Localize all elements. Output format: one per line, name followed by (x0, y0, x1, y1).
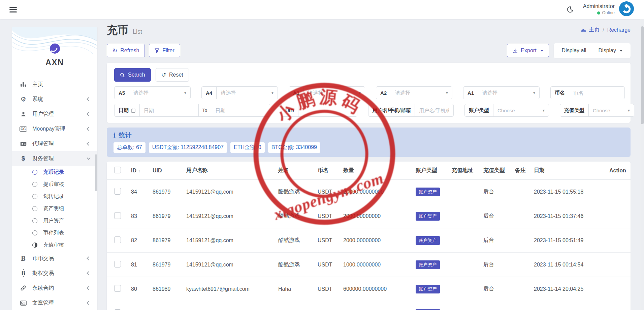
sidebar-subitem-recharge-records[interactable]: 充币记录 (12, 166, 97, 178)
sidebar-subitem-user-assets[interactable]: 用户资产 (12, 215, 97, 227)
sidebar-item-home[interactable]: 主页 (12, 77, 97, 92)
sidebar-item-moonpay[interactable]: CC Moonpay管理 (12, 121, 97, 136)
col-address: 充值地址 (452, 167, 483, 174)
a4-select[interactable]: 请选择▼ (217, 87, 278, 99)
row-checkbox[interactable] (114, 261, 121, 267)
dark-mode-moon-icon[interactable] (566, 6, 574, 13)
chevron-left-icon (87, 301, 90, 305)
sidebar-item-user-management[interactable]: 用户管理 (12, 107, 97, 121)
col-id[interactable]: ID↑ (131, 168, 153, 174)
export-button[interactable]: Export (507, 44, 549, 57)
sidebar-subitem-coin-list[interactable]: 币种列表 (12, 227, 97, 239)
account-type-select[interactable]: Choose▼ (493, 104, 549, 116)
sidebar-item-articles[interactable]: 文章管理 (12, 295, 97, 310)
filter-button[interactable]: Filter (149, 44, 180, 57)
filter-label: 币名 (551, 87, 569, 99)
sidebar-item-agent[interactable]: 代理管理 (12, 136, 97, 151)
table-row: 80 861989 kyawhtet6917@gmail.com Haha US… (107, 277, 631, 301)
cell-username: 14159121@qq.com (186, 262, 278, 268)
page-title: 充币 (107, 23, 128, 38)
sidebar-subitem-label: 资产明细 (43, 205, 64, 212)
sidebar: AXN 主页 ⚙ 系统 用户管理 CC (12, 27, 97, 310)
user-input[interactable] (415, 104, 453, 116)
cell-name: 酷酷游戏 (278, 261, 318, 268)
scrollbar-thumb[interactable] (641, 26, 644, 124)
search-button[interactable]: Search (114, 68, 151, 82)
cell-name: 酷酷游戏 (278, 237, 318, 244)
cell-amount: 2000.00000000 (343, 213, 416, 219)
breadcrumb-home-link[interactable]: 主页 (581, 26, 600, 33)
filter-label: 用户名/手机/邮箱 (368, 104, 415, 116)
circle-icon (32, 170, 37, 175)
recharge-type-select[interactable]: Choose▼ (589, 104, 634, 116)
sidebar-item-options-trading[interactable]: B 期权交易 (12, 266, 97, 281)
display-button[interactable]: Display (592, 48, 629, 54)
refresh-button[interactable]: ↻ Refresh (107, 44, 145, 57)
sidebar-item-spot-trading[interactable]: B 币币交易 (12, 251, 97, 266)
col-account-type: 账户类型 (416, 167, 452, 174)
avatar[interactable] (619, 1, 634, 18)
table-row: 81 861979 14159121@qq.com 酷酷游戏 USDT 1000… (107, 253, 631, 277)
a2-select[interactable]: 请选择▼ (391, 87, 452, 99)
sidebar-item-finance[interactable]: $ 财务管理 (12, 151, 97, 166)
coin-name-input[interactable] (569, 87, 624, 99)
brand-logo-icon (48, 42, 62, 57)
sidebar-item-label: Moonpay管理 (32, 125, 65, 133)
sidebar-item-perpetual[interactable]: 永续合约 (12, 281, 97, 295)
search-panel: Search ↺ Reset A5 请选择▼ A4 请选择▼ A3 (107, 63, 631, 123)
row-checkbox[interactable] (114, 212, 121, 219)
cell-uid: 861989 (153, 286, 186, 292)
row-checkbox[interactable] (114, 188, 121, 195)
sidebar-item-system[interactable]: ⚙ 系统 (12, 92, 97, 107)
hamburger-menu-icon[interactable] (9, 7, 17, 12)
cell-id: 81 (131, 262, 153, 268)
row-checkbox[interactable] (114, 236, 121, 243)
col-remark: 备注 (515, 167, 534, 174)
a3-select[interactable]: 请选择▼ (304, 87, 365, 99)
cell-recharge-type: 后台 (483, 188, 515, 195)
chevron-down-icon (620, 50, 622, 52)
stats-banner: i 统计 总单数: 67 USDT金额: 112592248.84907 ETH… (107, 128, 631, 157)
cell-recharge-type: 后台 (483, 237, 515, 244)
reset-button[interactable]: ↺ Reset (156, 68, 189, 82)
a1-select[interactable]: 请选择▼ (478, 87, 539, 99)
account-type-badge: 账户资产 (416, 309, 440, 310)
filter-coin-name: 币名 (550, 86, 625, 99)
funnel-icon (155, 48, 159, 53)
chart-bar-icon (20, 82, 27, 87)
sidebar-scrollbar[interactable] (95, 154, 97, 191)
uid-input[interactable] (298, 104, 357, 116)
cell-name: 酷酷游戏 (278, 188, 318, 195)
reset-icon: ↺ (161, 72, 166, 79)
sidebar-subitem-withdraw-review[interactable]: 提币审核 (12, 178, 97, 190)
bitcoin-icon: B (20, 270, 27, 277)
select-all-checkbox[interactable] (114, 167, 121, 173)
breadcrumb-separator: / (603, 27, 604, 33)
sidebar-subitem-recharge-review[interactable]: 充值审核 (12, 239, 97, 251)
date-from-input[interactable] (140, 104, 198, 116)
account-type-badge: 账户资产 (416, 188, 440, 196)
date-to-input[interactable] (211, 104, 270, 116)
cell-date: 2023-11-14 20:04:25 (534, 286, 609, 292)
chevron-left-icon (87, 142, 90, 145)
breadcrumb-current[interactable]: Recharge (607, 27, 631, 33)
display-all-button[interactable]: Display all (556, 48, 592, 54)
row-checkbox[interactable] (114, 285, 121, 292)
col-name: 姓名 (278, 167, 318, 174)
user-menu[interactable]: Administrator Online (583, 1, 634, 18)
stat-total-orders: 总单数: 67 (114, 142, 146, 153)
col-amount: 数量 (343, 167, 416, 174)
sort-asc-icon: ↑ (138, 168, 140, 173)
select-caret-icon: ▼ (627, 109, 631, 112)
sidebar-subitem-label: 币种列表 (43, 229, 64, 236)
filter-uid: UID (281, 104, 357, 117)
cell-amount: 2000.00000000 (343, 237, 416, 244)
a5-select[interactable]: 请选择▼ (129, 87, 190, 99)
table-row: 82 861979 14159121@qq.com 酷酷游戏 USDT 2000… (107, 228, 631, 253)
cell-coin: USDT (318, 189, 343, 195)
sidebar-subitem-transfer-records[interactable]: 划转记录 (12, 190, 97, 202)
page-scrollbar[interactable] (640, 19, 644, 310)
account-type-badge: 账户资产 (416, 260, 440, 269)
sidebar-subitem-asset-details[interactable]: 资产明细 (12, 202, 97, 215)
table-row: 83 861979 14159121@qq.com 酷酷游戏 USDT 2000… (107, 204, 631, 228)
